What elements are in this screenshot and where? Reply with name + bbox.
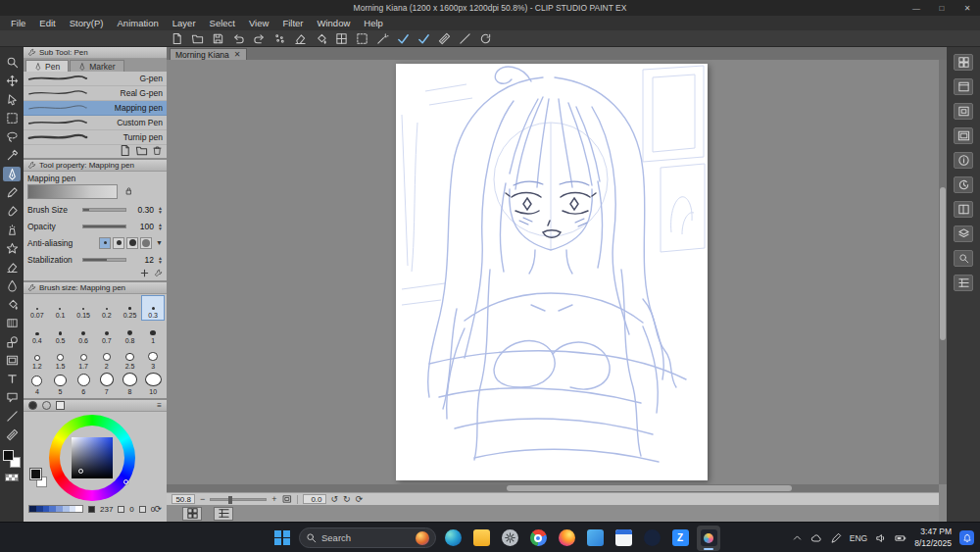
tool-brush[interactable]: [3, 204, 21, 219]
brush-size-option-0.4[interactable]: 0.4: [25, 321, 49, 346]
foreground-color[interactable]: [3, 450, 14, 461]
brush-size-option-1.7[interactable]: 1.7: [72, 346, 95, 372]
menu-item-file[interactable]: File: [4, 17, 32, 29]
brush-size-value[interactable]: 0.30: [130, 205, 154, 215]
title-bar[interactable]: Morning Kiana (1200 x 1600px 1200dpi 50.…: [0, 0, 980, 16]
panel-tab-sub-view[interactable]: [954, 127, 973, 144]
panel-tab-timeline[interactable]: [954, 275, 973, 291]
panel-tab-quick-access[interactable]: [954, 54, 973, 71]
stabilization-stepper[interactable]: ▲▼: [158, 256, 163, 264]
taskbar-app-chrome[interactable]: [526, 526, 550, 551]
document-tab[interactable]: Morning Kiana ✕: [170, 48, 247, 60]
brush-size-option-5[interactable]: 5: [49, 372, 73, 397]
tool-eraser[interactable]: [3, 260, 21, 275]
foreground-color-swatch[interactable]: [30, 469, 41, 479]
delete-subtool-icon[interactable]: [152, 145, 163, 158]
tool-lasso[interactable]: [3, 129, 21, 144]
zoom-in-icon[interactable]: +: [271, 494, 276, 504]
brush-size-option-1[interactable]: 1: [141, 321, 165, 346]
rotation-value[interactable]: 0.0: [303, 494, 326, 504]
brush-size-slider[interactable]: [82, 208, 126, 212]
brush-size-option-0.7[interactable]: 0.7: [95, 321, 119, 346]
brush-size-option-1.2[interactable]: 1.2: [25, 346, 49, 372]
menu-item-layer[interactable]: Layer: [166, 17, 203, 29]
brush-size-option-1.5[interactable]: 1.5: [49, 346, 73, 372]
rotate-view-button[interactable]: [477, 31, 494, 46]
drawing-canvas[interactable]: [396, 64, 708, 480]
chevron-down-icon[interactable]: ▼: [156, 239, 163, 246]
aa-none-button[interactable]: [99, 237, 111, 249]
subtool-item-4[interactable]: Turnip pen: [24, 130, 167, 145]
aa-middle-button[interactable]: [126, 237, 138, 249]
save-file-button[interactable]: [210, 31, 226, 46]
new-subtool-icon[interactable]: [119, 144, 131, 159]
tool-ruler[interactable]: [3, 427, 21, 442]
vector-snap-button[interactable]: [416, 31, 432, 46]
brush-size-stepper[interactable]: ▲▼: [158, 206, 163, 214]
snap-line-button[interactable]: [457, 31, 473, 46]
tool-frame-border[interactable]: [3, 353, 21, 368]
taskbar-clock[interactable]: 3:47 PM 8/12/2025: [914, 527, 952, 548]
panel-tab-search-layer[interactable]: [954, 250, 973, 267]
tool-operation[interactable]: [3, 92, 21, 107]
vertical-scrollbar[interactable]: [939, 60, 947, 484]
taskbar-search[interactable]: Search: [299, 527, 436, 548]
stabilization-slider[interactable]: [82, 258, 126, 262]
maximize-button[interactable]: □: [929, 0, 955, 16]
hue-ring[interactable]: [49, 415, 135, 501]
rotate-ccw-icon[interactable]: ↺: [331, 494, 339, 504]
tool-airbrush[interactable]: [3, 223, 21, 237]
taskbar-app-zoom-app[interactable]: Z: [668, 526, 692, 551]
brush-size-option-0.3[interactable]: 0.3: [141, 295, 165, 321]
undo-button[interactable]: [230, 31, 247, 46]
timeline-toggle-button[interactable]: [182, 507, 202, 521]
brush-size-option-7[interactable]: 7: [95, 372, 119, 397]
tool-gradient[interactable]: [3, 316, 21, 330]
tool-selection[interactable]: [3, 111, 21, 125]
brush-size-option-0.1[interactable]: 0.1: [49, 295, 73, 321]
pen-tablet-icon[interactable]: [830, 532, 842, 544]
gradient-swatch[interactable]: [29, 506, 36, 512]
tool-pen[interactable]: [3, 167, 21, 181]
notification-badge[interactable]: [959, 530, 974, 545]
taskbar-app-settings[interactable]: [498, 526, 521, 551]
animation-cels-button[interactable]: [214, 507, 233, 521]
menu-item-window[interactable]: Window: [311, 17, 358, 29]
opacity-slider[interactable]: [82, 225, 126, 228]
gradient-swatch[interactable]: [49, 506, 56, 512]
panel-tab-navigator[interactable]: [954, 103, 973, 120]
tool-fill-tool[interactable]: [3, 297, 21, 312]
tool-property-header[interactable]: Tool property: Mapping pen: [24, 160, 167, 172]
panel-tab-layer[interactable]: [954, 226, 973, 242]
tool-figure[interactable]: [3, 334, 21, 349]
taskbar-app-calendar[interactable]: [612, 526, 635, 551]
zoom-slider-thumb[interactable]: [228, 496, 232, 504]
panel-tab-information[interactable]: [954, 152, 973, 169]
panel-menu-icon[interactable]: ≡: [157, 401, 162, 410]
brush-size-option-0.07[interactable]: 0.07: [25, 295, 49, 321]
brush-size-option-0.5[interactable]: 0.5: [49, 321, 73, 346]
gradient-swatch[interactable]: [56, 506, 63, 512]
panel-tab-layer-property[interactable]: [954, 201, 973, 218]
lock-icon[interactable]: [123, 185, 134, 198]
start-button[interactable]: [270, 526, 294, 551]
aa-strong-button[interactable]: [140, 237, 152, 249]
language-indicator[interactable]: ENG: [850, 533, 867, 543]
subtool-tab-marker[interactable]: Marker: [70, 60, 123, 72]
brush-size-option-0.8[interactable]: 0.8: [119, 321, 142, 346]
reset-color-icon[interactable]: ⟳: [154, 504, 162, 514]
transparent-color-icon[interactable]: [56, 401, 65, 410]
horizontal-scrollbar[interactable]: [167, 484, 939, 492]
menu-item-help[interactable]: Help: [357, 17, 390, 29]
tool-pencil[interactable]: [3, 185, 21, 200]
screen-tone-button[interactable]: [271, 31, 288, 46]
battery-icon[interactable]: [895, 532, 906, 544]
tool-move[interactable]: [3, 74, 21, 88]
redo-button[interactable]: [251, 31, 268, 46]
brush-size-option-3[interactable]: 3: [141, 346, 165, 372]
sv-square[interactable]: [72, 437, 113, 478]
menu-item-edit[interactable]: Edit: [32, 17, 62, 29]
close-button[interactable]: ✕: [955, 0, 980, 16]
correct-line-button[interactable]: [395, 31, 412, 46]
tool-decoration[interactable]: [3, 241, 21, 256]
